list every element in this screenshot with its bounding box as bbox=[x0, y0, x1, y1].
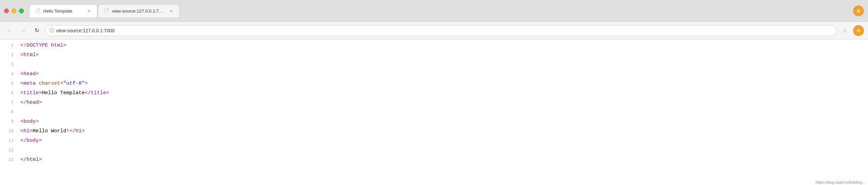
source-line: 8 bbox=[0, 107, 868, 117]
source-line: 1<!DOCTYPE html> bbox=[0, 41, 868, 50]
minimize-button[interactable] bbox=[12, 9, 16, 13]
line-number: 9 bbox=[3, 117, 14, 127]
back-icon: ← bbox=[7, 28, 12, 34]
tab-title-2: view-source:127.0.0.1:7000 bbox=[112, 9, 166, 14]
source-line: 6 <title>Hello Template</title> bbox=[0, 88, 868, 98]
line-number: 5 bbox=[3, 79, 14, 88]
line-number: 10 bbox=[3, 127, 14, 136]
tab-close-button-2[interactable]: ✕ bbox=[168, 8, 174, 14]
source-line: 13</html> bbox=[0, 155, 868, 165]
line-number: 13 bbox=[3, 155, 14, 165]
bookmark-icon: ☆ bbox=[842, 27, 848, 34]
profile-menu-button[interactable]: A bbox=[853, 25, 864, 36]
reload-icon: ↻ bbox=[35, 27, 39, 34]
maximize-button[interactable] bbox=[19, 9, 24, 13]
source-line: 11</body> bbox=[0, 136, 868, 146]
line-content: </head> bbox=[20, 98, 865, 107]
profile-icon: A bbox=[857, 8, 860, 14]
line-number: 11 bbox=[3, 136, 14, 146]
line-content: <title>Hello Template</title> bbox=[20, 88, 865, 98]
reload-button[interactable]: ↻ bbox=[31, 25, 42, 36]
line-content: <html> bbox=[20, 50, 865, 60]
line-number: 4 bbox=[3, 69, 14, 79]
tab-view-source[interactable]: 📄 view-source:127.0.0.1:7000 ✕ bbox=[98, 4, 180, 17]
line-content: <h1>Hello World!</h1> bbox=[20, 127, 865, 136]
line-number: 2 bbox=[3, 50, 14, 60]
source-line: 9<body> bbox=[0, 117, 868, 127]
source-line: 7</head> bbox=[0, 98, 868, 107]
line-content: </body> bbox=[20, 136, 865, 146]
statusbar-url: https://blog.realm.io/building... bbox=[816, 180, 865, 184]
titlebar: 📄 Hello Template ✕ 📄 view-source:127.0.0… bbox=[0, 0, 868, 22]
close-button[interactable] bbox=[4, 9, 9, 13]
tab-page-icon-2: 📄 bbox=[104, 8, 109, 14]
tab-bar: 📄 Hello Template ✕ 📄 view-source:127.0.0… bbox=[29, 4, 853, 17]
address-text: view-source:127.0.0.1:7000 bbox=[56, 28, 832, 33]
source-line: 5 <meta charset="utf-8"> bbox=[0, 79, 868, 88]
line-content: <head> bbox=[20, 69, 865, 79]
navbar: ← → ↻ ⓘ view-source:127.0.0.1:7000 ☆ A bbox=[0, 22, 868, 39]
source-line: 3 bbox=[0, 60, 868, 69]
profile-menu-icon: A bbox=[857, 28, 860, 33]
line-content: <body> bbox=[20, 117, 865, 127]
line-content: </html> bbox=[20, 155, 865, 165]
line-content: <meta charset="utf-8"> bbox=[20, 79, 865, 88]
forward-icon: → bbox=[20, 28, 26, 34]
source-line: 12 bbox=[0, 146, 868, 155]
forward-button[interactable]: → bbox=[18, 25, 29, 36]
back-button[interactable]: ← bbox=[4, 25, 15, 36]
tab-title: Hello Template bbox=[43, 9, 83, 14]
tab-hello-template[interactable]: 📄 Hello Template ✕ bbox=[29, 4, 97, 17]
line-content: <!DOCTYPE html> bbox=[20, 41, 865, 50]
source-line: 2<html> bbox=[0, 50, 868, 60]
line-number: 7 bbox=[3, 98, 14, 107]
tab-page-icon: 📄 bbox=[35, 8, 40, 14]
line-number: 1 bbox=[3, 41, 14, 50]
new-tab-area bbox=[180, 5, 194, 17]
line-number: 12 bbox=[3, 146, 14, 155]
source-line: 4<head> bbox=[0, 69, 868, 79]
source-line: 10 <h1>Hello World!</h1> bbox=[0, 127, 868, 136]
line-number: 6 bbox=[3, 88, 14, 98]
source-view: 1<!DOCTYPE html>2<html>34<head>5 <meta c… bbox=[0, 39, 868, 185]
info-icon: ⓘ bbox=[49, 28, 54, 34]
traffic-lights bbox=[4, 9, 24, 13]
profile-button[interactable]: A bbox=[853, 5, 864, 16]
address-bar[interactable]: ⓘ view-source:127.0.0.1:7000 bbox=[45, 25, 837, 36]
bookmark-button[interactable]: ☆ bbox=[839, 25, 850, 36]
line-number: 3 bbox=[3, 60, 14, 69]
line-number: 8 bbox=[3, 107, 14, 117]
tab-close-button[interactable]: ✕ bbox=[86, 8, 91, 14]
